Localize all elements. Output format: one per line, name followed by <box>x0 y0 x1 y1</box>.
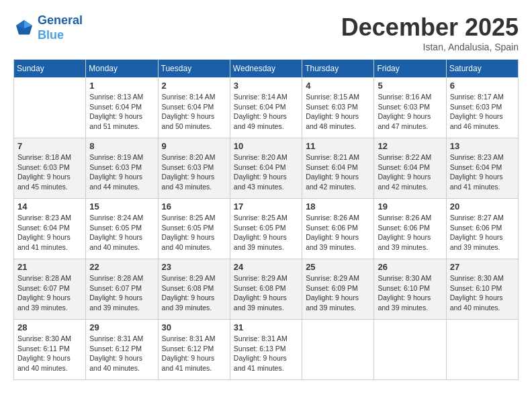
day-info: Sunrise: 8:29 AM Sunset: 6:08 PM Dayligh… <box>162 273 226 313</box>
day-info: Sunrise: 8:21 AM Sunset: 6:04 PM Dayligh… <box>306 152 370 192</box>
day-info: Sunrise: 8:16 AM Sunset: 6:03 PM Dayligh… <box>378 92 442 132</box>
table-row: 16Sunrise: 8:25 AM Sunset: 6:05 PM Dayli… <box>158 199 230 259</box>
table-row: 23Sunrise: 8:29 AM Sunset: 6:08 PM Dayli… <box>158 259 230 320</box>
day-info: Sunrise: 8:23 AM Sunset: 6:04 PM Dayligh… <box>17 213 82 253</box>
day-info: Sunrise: 8:22 AM Sunset: 6:04 PM Dayligh… <box>378 152 442 192</box>
table-row: 20Sunrise: 8:27 AM Sunset: 6:06 PM Dayli… <box>446 199 518 259</box>
week-row-3: 14Sunrise: 8:23 AM Sunset: 6:04 PM Dayli… <box>14 199 519 259</box>
day-info: Sunrise: 8:28 AM Sunset: 6:07 PM Dayligh… <box>89 273 154 313</box>
day-number: 4 <box>306 81 370 91</box>
day-info: Sunrise: 8:28 AM Sunset: 6:07 PM Dayligh… <box>17 273 82 313</box>
table-row: 26Sunrise: 8:30 AM Sunset: 6:10 PM Dayli… <box>374 259 446 320</box>
day-number: 29 <box>89 322 154 332</box>
weekday-header-friday: Friday <box>374 60 446 78</box>
day-info: Sunrise: 8:20 AM Sunset: 6:04 PM Dayligh… <box>234 152 298 192</box>
month-title: December 2025 <box>341 13 519 42</box>
day-info: Sunrise: 8:24 AM Sunset: 6:05 PM Dayligh… <box>89 213 154 253</box>
day-info: Sunrise: 8:29 AM Sunset: 6:08 PM Dayligh… <box>234 273 298 313</box>
day-info: Sunrise: 8:29 AM Sunset: 6:09 PM Dayligh… <box>306 273 370 313</box>
logo-icon <box>13 17 35 39</box>
day-number: 30 <box>162 322 226 332</box>
table-row: 21Sunrise: 8:28 AM Sunset: 6:07 PM Dayli… <box>14 259 86 320</box>
day-number: 18 <box>306 201 370 212</box>
day-info: Sunrise: 8:20 AM Sunset: 6:03 PM Dayligh… <box>162 152 226 192</box>
table-row <box>14 78 86 138</box>
table-row: 7Sunrise: 8:18 AM Sunset: 6:03 PM Daylig… <box>14 138 86 199</box>
day-number: 13 <box>450 141 515 151</box>
day-number: 14 <box>17 201 82 212</box>
day-info: Sunrise: 8:26 AM Sunset: 6:06 PM Dayligh… <box>378 213 442 253</box>
logo-line1: General <box>38 13 83 27</box>
table-row: 6Sunrise: 8:17 AM Sunset: 6:03 PM Daylig… <box>446 78 518 138</box>
day-number: 21 <box>17 262 82 272</box>
week-row-2: 7Sunrise: 8:18 AM Sunset: 6:03 PM Daylig… <box>14 138 519 199</box>
day-number: 1 <box>89 81 154 91</box>
day-number: 3 <box>234 81 298 91</box>
day-number: 11 <box>306 141 370 151</box>
day-info: Sunrise: 8:14 AM Sunset: 6:04 PM Dayligh… <box>162 92 226 132</box>
day-info: Sunrise: 8:30 AM Sunset: 6:11 PM Dayligh… <box>17 334 82 373</box>
day-number: 25 <box>306 262 370 272</box>
day-number: 7 <box>17 141 82 151</box>
table-row: 24Sunrise: 8:29 AM Sunset: 6:08 PM Dayli… <box>230 259 302 320</box>
day-info: Sunrise: 8:31 AM Sunset: 6:12 PM Dayligh… <box>162 334 226 373</box>
day-number: 20 <box>450 201 515 212</box>
day-info: Sunrise: 8:25 AM Sunset: 6:05 PM Dayligh… <box>162 213 226 253</box>
weekday-header-sunday: Sunday <box>14 60 86 78</box>
table-row: 2Sunrise: 8:14 AM Sunset: 6:04 PM Daylig… <box>158 78 230 138</box>
day-number: 15 <box>89 201 154 212</box>
table-row: 22Sunrise: 8:28 AM Sunset: 6:07 PM Dayli… <box>86 259 158 320</box>
weekday-header-monday: Monday <box>86 60 158 78</box>
table-row: 1Sunrise: 8:13 AM Sunset: 6:04 PM Daylig… <box>86 78 158 138</box>
day-info: Sunrise: 8:26 AM Sunset: 6:06 PM Dayligh… <box>306 213 370 253</box>
table-row: 25Sunrise: 8:29 AM Sunset: 6:09 PM Dayli… <box>302 259 374 320</box>
table-row: 13Sunrise: 8:23 AM Sunset: 6:04 PM Dayli… <box>446 138 518 199</box>
week-row-4: 21Sunrise: 8:28 AM Sunset: 6:07 PM Dayli… <box>14 259 519 320</box>
day-number: 17 <box>234 201 298 212</box>
table-row: 11Sunrise: 8:21 AM Sunset: 6:04 PM Dayli… <box>302 138 374 199</box>
table-row: 28Sunrise: 8:30 AM Sunset: 6:11 PM Dayli… <box>14 320 86 380</box>
day-info: Sunrise: 8:17 AM Sunset: 6:03 PM Dayligh… <box>450 92 515 132</box>
table-row: 31Sunrise: 8:31 AM Sunset: 6:13 PM Dayli… <box>230 320 302 380</box>
day-number: 10 <box>234 141 298 151</box>
day-info: Sunrise: 8:25 AM Sunset: 6:05 PM Dayligh… <box>234 213 298 253</box>
table-row: 10Sunrise: 8:20 AM Sunset: 6:04 PM Dayli… <box>230 138 302 199</box>
day-number: 28 <box>17 322 82 332</box>
location-subtitle: Istan, Andalusia, Spain <box>341 42 519 52</box>
logo-text: General Blue <box>38 13 83 42</box>
table-row: 14Sunrise: 8:23 AM Sunset: 6:04 PM Dayli… <box>14 199 86 259</box>
table-row <box>302 320 374 380</box>
table-row <box>446 320 518 380</box>
day-number: 2 <box>162 81 226 91</box>
day-number: 31 <box>234 322 298 332</box>
logo: General Blue <box>13 13 83 42</box>
day-info: Sunrise: 8:31 AM Sunset: 6:13 PM Dayligh… <box>234 334 298 373</box>
day-number: 22 <box>89 262 154 272</box>
day-info: Sunrise: 8:30 AM Sunset: 6:10 PM Dayligh… <box>378 273 442 313</box>
weekday-header-thursday: Thursday <box>302 60 374 78</box>
weekday-header-row: SundayMondayTuesdayWednesdayThursdayFrid… <box>14 60 519 78</box>
day-number: 12 <box>378 141 442 151</box>
table-row: 27Sunrise: 8:30 AM Sunset: 6:10 PM Dayli… <box>446 259 518 320</box>
title-area: December 2025 Istan, Andalusia, Spain <box>341 13 519 52</box>
day-info: Sunrise: 8:18 AM Sunset: 6:03 PM Dayligh… <box>17 152 82 192</box>
table-row: 12Sunrise: 8:22 AM Sunset: 6:04 PM Dayli… <box>374 138 446 199</box>
day-info: Sunrise: 8:15 AM Sunset: 6:03 PM Dayligh… <box>306 92 370 132</box>
table-row: 18Sunrise: 8:26 AM Sunset: 6:06 PM Dayli… <box>302 199 374 259</box>
weekday-header-wednesday: Wednesday <box>230 60 302 78</box>
calendar-table: SundayMondayTuesdayWednesdayThursdayFrid… <box>13 59 519 380</box>
table-row: 5Sunrise: 8:16 AM Sunset: 6:03 PM Daylig… <box>374 78 446 138</box>
day-number: 6 <box>450 81 515 91</box>
day-info: Sunrise: 8:27 AM Sunset: 6:06 PM Dayligh… <box>450 213 515 253</box>
table-row: 3Sunrise: 8:14 AM Sunset: 6:04 PM Daylig… <box>230 78 302 138</box>
weekday-header-tuesday: Tuesday <box>158 60 230 78</box>
day-info: Sunrise: 8:13 AM Sunset: 6:04 PM Dayligh… <box>89 92 154 132</box>
day-info: Sunrise: 8:23 AM Sunset: 6:04 PM Dayligh… <box>450 152 515 192</box>
table-row <box>374 320 446 380</box>
table-row: 4Sunrise: 8:15 AM Sunset: 6:03 PM Daylig… <box>302 78 374 138</box>
day-number: 8 <box>89 141 154 151</box>
day-number: 9 <box>162 141 226 151</box>
table-row: 29Sunrise: 8:31 AM Sunset: 6:12 PM Dayli… <box>86 320 158 380</box>
table-row: 17Sunrise: 8:25 AM Sunset: 6:05 PM Dayli… <box>230 199 302 259</box>
week-row-1: 1Sunrise: 8:13 AM Sunset: 6:04 PM Daylig… <box>14 78 519 138</box>
